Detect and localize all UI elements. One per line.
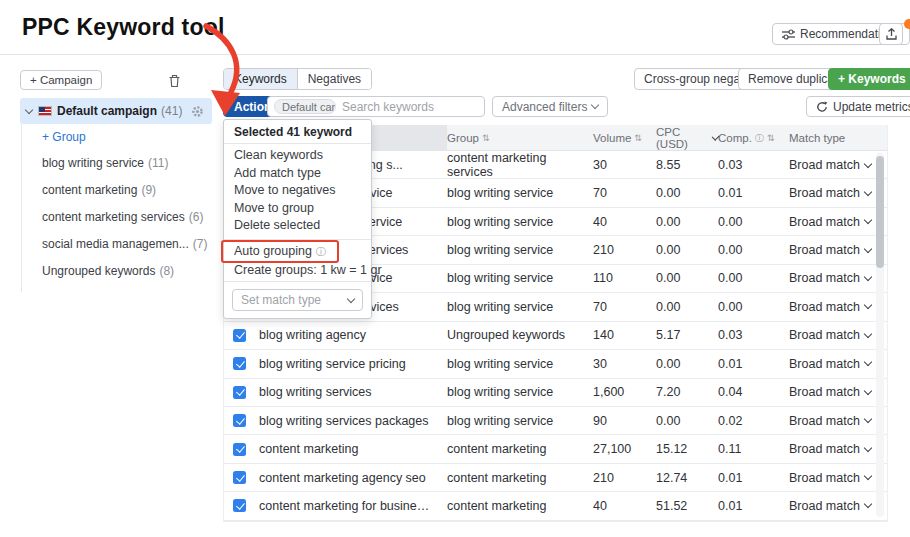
group-cell: content marketing xyxy=(447,499,593,513)
cpc-cell: 8.55 xyxy=(656,158,718,172)
cpc-cell: 15.12 xyxy=(656,442,718,456)
comp-cell: 0.03 xyxy=(718,328,789,342)
group-cell: blog writing service xyxy=(447,243,593,257)
sidebar-group-item[interactable]: blog writing service(11) xyxy=(42,150,222,177)
cpc-cell: 0.00 xyxy=(656,243,718,257)
match-type-dropdown[interactable]: Broad match xyxy=(789,158,887,172)
sidebar-group-item[interactable]: content marketing(9) xyxy=(42,177,222,204)
menu-divider xyxy=(224,239,371,240)
menu-item[interactable]: Move to negatives xyxy=(224,182,371,200)
comp-cell: 0.00 xyxy=(718,271,789,285)
match-type-dropdown[interactable]: Broad match xyxy=(789,243,887,257)
row-checkbox[interactable] xyxy=(233,414,246,427)
cpc-cell: 0.00 xyxy=(656,357,718,371)
header-divider xyxy=(0,54,910,55)
table-row: content marketing content marketing 27,1… xyxy=(224,435,887,463)
chevron-down-icon xyxy=(864,472,872,480)
cpc-cell: 5.17 xyxy=(656,328,718,342)
match-type-dropdown[interactable]: Broad match xyxy=(789,471,887,485)
sidebar-group-item[interactable]: content marketing services(6) xyxy=(42,204,222,231)
comp-cell: 0.03 xyxy=(718,158,789,172)
sidebar-group-item[interactable]: Ungrouped keywords(8) xyxy=(42,258,222,285)
menu-item[interactable]: Move to group xyxy=(224,200,371,218)
column-group[interactable]: Group⇅ xyxy=(447,132,593,144)
menu-item-auto-grouping[interactable]: Auto groupingⓘ xyxy=(224,242,371,261)
actions-menu: Selected 41 keyword Clean keywords Add m… xyxy=(223,119,372,319)
chevron-down-icon xyxy=(864,330,872,338)
sidebar-group-item[interactable]: social media managemen...(7) xyxy=(42,231,222,258)
row-checkbox[interactable] xyxy=(233,499,246,512)
match-type-dropdown[interactable]: Broad match xyxy=(789,328,887,342)
column-cpc[interactable]: CPC (USD) xyxy=(656,126,718,150)
cpc-cell: 0.00 xyxy=(656,414,718,428)
comp-cell: 0.00 xyxy=(718,215,789,229)
volume-cell: 140 xyxy=(593,328,656,342)
comp-cell: 0.04 xyxy=(718,385,789,399)
volume-cell: 30 xyxy=(593,357,656,371)
set-match-type-select[interactable]: Set match type xyxy=(232,289,363,311)
row-checkbox[interactable] xyxy=(233,471,246,484)
row-checkbox[interactable] xyxy=(233,329,246,342)
match-type-dropdown[interactable]: Broad match xyxy=(789,385,887,399)
row-checkbox[interactable] xyxy=(233,386,246,399)
menu-item[interactable]: Add match type xyxy=(224,165,371,183)
scrollbar-thumb[interactable] xyxy=(876,156,884,268)
tab-keywords[interactable]: Keywords xyxy=(224,69,298,89)
match-type-dropdown[interactable]: Broad match xyxy=(789,215,887,229)
add-keywords-button[interactable]: + Keywords xyxy=(828,68,910,90)
advanced-filters-button[interactable]: Advanced filters xyxy=(492,96,608,117)
match-type-dropdown[interactable]: Broad match xyxy=(789,271,887,285)
cpc-cell: 12.74 xyxy=(656,471,718,485)
match-type-dropdown[interactable]: Broad match xyxy=(789,357,887,371)
table-scrollbar[interactable] xyxy=(876,153,884,517)
column-volume[interactable]: Volume⇅ xyxy=(593,132,656,144)
menu-item-create-groups[interactable]: Create groups: 1 kw = 1 gr xyxy=(224,262,371,280)
export-button[interactable] xyxy=(879,23,903,45)
sidebar-item-default-campaign[interactable]: Default campaign (41) xyxy=(20,98,212,124)
comp-cell: 0.11 xyxy=(718,442,789,456)
match-type-dropdown[interactable]: Broad match xyxy=(789,414,887,428)
chevron-down-icon xyxy=(864,159,872,167)
match-type-dropdown[interactable]: Broad match xyxy=(789,499,887,513)
row-checkbox[interactable] xyxy=(233,357,246,370)
match-type-dropdown[interactable]: Broad match xyxy=(789,186,887,200)
gear-icon[interactable] xyxy=(191,105,204,118)
tab-negatives[interactable]: Negatives xyxy=(298,69,371,89)
upload-icon xyxy=(886,28,897,40)
volume-cell: 210 xyxy=(593,471,656,485)
menu-item[interactable]: Delete selected xyxy=(224,217,371,235)
column-comp[interactable]: Comp.ⓘ⇅ xyxy=(718,132,789,145)
group-cell: content marketing services xyxy=(447,151,593,179)
update-metrics-button[interactable]: Update metrics xyxy=(806,96,910,117)
search-placeholder: Search keywords xyxy=(342,100,434,114)
comp-cell: 0.01 xyxy=(718,186,789,200)
campaign-count: (41) xyxy=(161,104,182,118)
match-type-dropdown[interactable]: Broad match xyxy=(789,442,887,456)
cpc-cell: 0.00 xyxy=(656,186,718,200)
comp-cell: 0.00 xyxy=(718,300,789,314)
campaign-filter-token[interactable]: Default campa… xyxy=(274,99,336,114)
keyword-cell: content marketing xyxy=(259,442,447,456)
volume-cell: 27,100 xyxy=(593,442,656,456)
keyword-cell: blog writing agency xyxy=(259,328,447,342)
us-flag-icon xyxy=(38,106,52,116)
campaign-name: Default campaign xyxy=(57,104,157,118)
menu-item[interactable]: Clean keywords xyxy=(224,147,371,165)
search-input[interactable]: Default campa… Search keywords xyxy=(267,96,485,117)
comp-cell: 0.01 xyxy=(718,357,789,371)
add-campaign-button[interactable]: + Campaign xyxy=(20,70,102,90)
trash-icon[interactable] xyxy=(168,72,186,90)
add-group-link[interactable]: + Group xyxy=(42,130,86,144)
cpc-cell: 0.00 xyxy=(656,300,718,314)
group-cell: blog writing service xyxy=(447,414,593,428)
cpc-cell: 51.52 xyxy=(656,499,718,513)
group-cell: blog writing service xyxy=(447,186,593,200)
keyword-cell: content marketing agency seo xyxy=(259,471,447,485)
match-type-dropdown[interactable]: Broad match xyxy=(789,300,887,314)
keyword-cell: blog writing services xyxy=(259,385,447,399)
volume-cell: 110 xyxy=(593,271,656,285)
page-title: PPC Keyword tool xyxy=(22,14,225,41)
chevron-down-icon[interactable] xyxy=(25,105,33,113)
row-checkbox[interactable] xyxy=(233,443,246,456)
group-cell: content marketing xyxy=(447,442,593,456)
